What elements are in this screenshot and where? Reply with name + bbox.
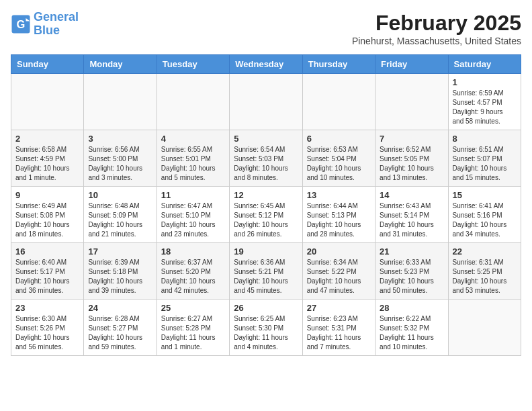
day-number: 2: [15, 134, 79, 144]
calendar-cell: 18Sunrise: 6:37 AM Sunset: 5:20 PM Dayli…: [157, 243, 229, 300]
day-number: 23: [15, 303, 79, 313]
day-number: 10: [88, 190, 152, 200]
svg-text:G: G: [17, 18, 26, 30]
day-info: Sunrise: 6:30 AM Sunset: 5:26 PM Dayligh…: [15, 314, 79, 352]
calendar-body: 1Sunrise: 6:59 AM Sunset: 4:57 PM Daylig…: [11, 74, 521, 356]
logo-line1: General: [34, 10, 79, 24]
day-number: 27: [307, 303, 371, 313]
day-number: 3: [88, 134, 152, 144]
calendar-week-2: 9Sunrise: 6:49 AM Sunset: 5:08 PM Daylig…: [11, 187, 521, 243]
calendar-cell: 14Sunrise: 6:43 AM Sunset: 5:14 PM Dayli…: [375, 187, 448, 243]
calendar-cell: 19Sunrise: 6:36 AM Sunset: 5:21 PM Dayli…: [230, 243, 302, 300]
title-block: February 2025 Pinehurst, Massachusetts, …: [352, 11, 521, 46]
day-number: 19: [234, 246, 298, 257]
day-number: 22: [453, 246, 517, 257]
calendar-week-4: 23Sunrise: 6:30 AM Sunset: 5:26 PM Dayli…: [11, 300, 521, 356]
calendar-cell: 22Sunrise: 6:31 AM Sunset: 5:25 PM Dayli…: [448, 243, 521, 300]
day-info: Sunrise: 6:43 AM Sunset: 5:14 PM Dayligh…: [380, 201, 443, 239]
day-number: 9: [15, 190, 79, 200]
calendar-cell: 10Sunrise: 6:48 AM Sunset: 5:09 PM Dayli…: [84, 187, 157, 243]
calendar-cell: 13Sunrise: 6:44 AM Sunset: 5:13 PM Dayli…: [302, 187, 375, 243]
calendar-cell: 6Sunrise: 6:53 AM Sunset: 5:04 PM Daylig…: [302, 130, 375, 187]
logo-icon: G: [11, 14, 31, 34]
logo-text: General Blue: [34, 11, 79, 38]
calendar-cell: 15Sunrise: 6:41 AM Sunset: 5:16 PM Dayli…: [448, 187, 521, 243]
calendar-cell: 20Sunrise: 6:34 AM Sunset: 5:22 PM Dayli…: [302, 243, 375, 300]
day-number: 26: [234, 303, 298, 313]
day-number: 1: [453, 77, 517, 87]
calendar-cell: 7Sunrise: 6:52 AM Sunset: 5:05 PM Daylig…: [375, 130, 448, 187]
weekday-header-friday: Friday: [375, 55, 448, 74]
day-info: Sunrise: 6:55 AM Sunset: 5:01 PM Dayligh…: [161, 145, 225, 183]
weekday-header-saturday: Saturday: [448, 55, 521, 74]
calendar-week-0: 1Sunrise: 6:59 AM Sunset: 4:57 PM Daylig…: [11, 74, 521, 130]
day-number: 15: [453, 190, 517, 200]
calendar-cell: 24Sunrise: 6:28 AM Sunset: 5:27 PM Dayli…: [84, 300, 157, 356]
page-subtitle: Pinehurst, Massachusetts, United States: [352, 36, 521, 46]
day-info: Sunrise: 6:56 AM Sunset: 5:00 PM Dayligh…: [88, 145, 152, 183]
day-number: 5: [234, 134, 298, 144]
calendar-cell: 3Sunrise: 6:56 AM Sunset: 5:00 PM Daylig…: [84, 130, 157, 187]
day-info: Sunrise: 6:51 AM Sunset: 5:07 PM Dayligh…: [453, 145, 517, 183]
day-number: 25: [161, 303, 225, 313]
day-info: Sunrise: 6:36 AM Sunset: 5:21 PM Dayligh…: [234, 258, 298, 295]
day-info: Sunrise: 6:49 AM Sunset: 5:08 PM Dayligh…: [15, 201, 79, 239]
calendar-cell: 5Sunrise: 6:54 AM Sunset: 5:03 PM Daylig…: [230, 130, 302, 187]
calendar-cell: 16Sunrise: 6:40 AM Sunset: 5:17 PM Dayli…: [11, 243, 84, 300]
calendar-header: SundayMondayTuesdayWednesdayThursdayFrid…: [11, 55, 521, 74]
calendar-cell: 12Sunrise: 6:45 AM Sunset: 5:12 PM Dayli…: [230, 187, 302, 243]
day-info: Sunrise: 6:54 AM Sunset: 5:03 PM Dayligh…: [234, 145, 298, 183]
calendar-cell: [448, 300, 521, 356]
page-header: G General Blue February 2025 Pinehurst, …: [11, 11, 521, 46]
calendar-cell: 27Sunrise: 6:23 AM Sunset: 5:31 PM Dayli…: [302, 300, 375, 356]
day-info: Sunrise: 6:41 AM Sunset: 5:16 PM Dayligh…: [453, 201, 517, 239]
calendar-cell: 21Sunrise: 6:33 AM Sunset: 5:23 PM Dayli…: [375, 243, 448, 300]
calendar-cell: [375, 74, 448, 130]
day-info: Sunrise: 6:47 AM Sunset: 5:10 PM Dayligh…: [161, 201, 225, 239]
header-row: SundayMondayTuesdayWednesdayThursdayFrid…: [11, 55, 521, 74]
day-info: Sunrise: 6:52 AM Sunset: 5:05 PM Dayligh…: [380, 145, 443, 183]
calendar-cell: 4Sunrise: 6:55 AM Sunset: 5:01 PM Daylig…: [157, 130, 229, 187]
day-info: Sunrise: 6:37 AM Sunset: 5:20 PM Dayligh…: [161, 258, 225, 295]
day-info: Sunrise: 6:27 AM Sunset: 5:28 PM Dayligh…: [161, 314, 225, 352]
day-info: Sunrise: 6:45 AM Sunset: 5:12 PM Dayligh…: [234, 201, 298, 239]
day-number: 20: [307, 246, 371, 257]
day-info: Sunrise: 6:59 AM Sunset: 4:57 PM Dayligh…: [453, 89, 517, 126]
day-number: 7: [380, 134, 443, 144]
calendar-cell: [84, 74, 157, 130]
page-title: February 2025: [352, 11, 521, 36]
day-info: Sunrise: 6:23 AM Sunset: 5:31 PM Dayligh…: [307, 314, 371, 352]
day-number: 11: [161, 190, 225, 200]
day-number: 4: [161, 134, 225, 144]
day-number: 17: [88, 246, 152, 257]
day-info: Sunrise: 6:58 AM Sunset: 4:59 PM Dayligh…: [15, 145, 79, 183]
day-info: Sunrise: 6:28 AM Sunset: 5:27 PM Dayligh…: [88, 314, 152, 352]
day-number: 21: [380, 246, 443, 257]
calendar-cell: [157, 74, 229, 130]
calendar-cell: 11Sunrise: 6:47 AM Sunset: 5:10 PM Dayli…: [157, 187, 229, 243]
weekday-header-monday: Monday: [84, 55, 157, 74]
day-number: 12: [234, 190, 298, 200]
calendar-table: SundayMondayTuesdayWednesdayThursdayFrid…: [11, 54, 521, 356]
weekday-header-wednesday: Wednesday: [230, 55, 302, 74]
calendar-cell: [11, 74, 84, 130]
day-info: Sunrise: 6:39 AM Sunset: 5:18 PM Dayligh…: [88, 258, 152, 295]
weekday-header-sunday: Sunday: [11, 55, 84, 74]
day-info: Sunrise: 6:44 AM Sunset: 5:13 PM Dayligh…: [307, 201, 371, 239]
day-number: 24: [88, 303, 152, 313]
day-number: 6: [307, 134, 371, 144]
calendar-cell: 26Sunrise: 6:25 AM Sunset: 5:30 PM Dayli…: [230, 300, 302, 356]
calendar-cell: 23Sunrise: 6:30 AM Sunset: 5:26 PM Dayli…: [11, 300, 84, 356]
calendar-cell: 1Sunrise: 6:59 AM Sunset: 4:57 PM Daylig…: [448, 74, 521, 130]
weekday-header-thursday: Thursday: [302, 55, 375, 74]
calendar-cell: [302, 74, 375, 130]
calendar-cell: 8Sunrise: 6:51 AM Sunset: 5:07 PM Daylig…: [448, 130, 521, 187]
logo-line2: Blue: [34, 24, 79, 38]
logo: G General Blue: [11, 11, 79, 38]
day-info: Sunrise: 6:31 AM Sunset: 5:25 PM Dayligh…: [453, 258, 517, 295]
calendar-cell: 2Sunrise: 6:58 AM Sunset: 4:59 PM Daylig…: [11, 130, 84, 187]
day-number: 28: [380, 303, 443, 313]
calendar-cell: 25Sunrise: 6:27 AM Sunset: 5:28 PM Dayli…: [157, 300, 229, 356]
day-number: 18: [161, 246, 225, 257]
day-info: Sunrise: 6:34 AM Sunset: 5:22 PM Dayligh…: [307, 258, 371, 295]
